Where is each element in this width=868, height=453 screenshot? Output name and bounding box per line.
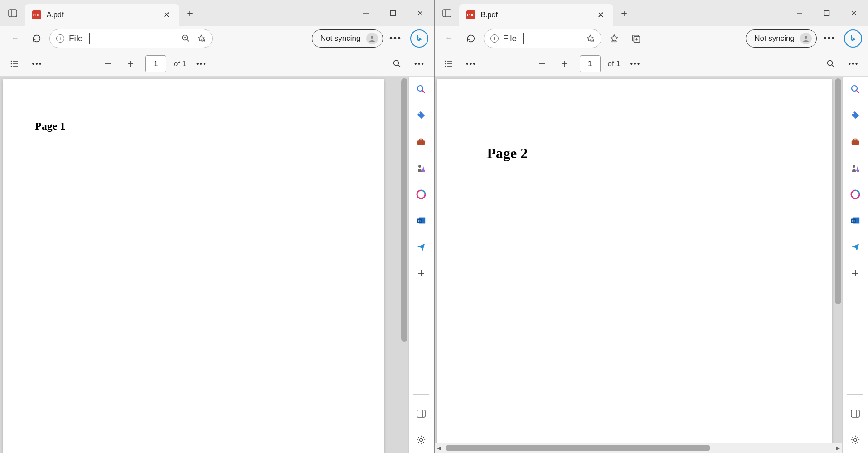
hide-sidebar-icon[interactable] (414, 406, 428, 421)
pdf-more-right-button[interactable]: ••• (412, 56, 427, 72)
search-sidebar-icon[interactable] (848, 82, 863, 96)
tools-sidebar-icon[interactable] (848, 135, 863, 149)
titlebar: PDF B.pdf ✕ ＋ (435, 0, 868, 26)
contents-button[interactable] (7, 56, 22, 72)
pdf-page-more-button[interactable]: ••• (628, 56, 643, 72)
favorite-icon[interactable] (197, 34, 206, 43)
refresh-button[interactable] (462, 29, 480, 48)
outlook-sidebar-icon[interactable]: O (414, 213, 428, 228)
page-number-input[interactable] (580, 55, 601, 72)
add-sidebar-icon[interactable] (848, 266, 863, 280)
bing-button[interactable] (844, 29, 862, 48)
profile-avatar-icon (366, 33, 378, 44)
page-number-input[interactable] (145, 55, 166, 72)
favorites-button[interactable] (605, 29, 623, 48)
svg-line-7 (187, 39, 189, 42)
add-sidebar-icon[interactable] (414, 266, 428, 280)
refresh-button[interactable] (28, 29, 46, 48)
svg-point-54 (445, 60, 446, 62)
profile-sync-button[interactable]: Not syncing (312, 29, 383, 48)
profile-avatar-icon (800, 33, 812, 44)
svg-rect-30 (422, 170, 425, 172)
site-info-icon[interactable]: i (490, 34, 499, 43)
svg-line-66 (856, 91, 859, 93)
outlook-sidebar-icon[interactable]: O (848, 213, 863, 228)
search-sidebar-icon[interactable] (414, 82, 428, 96)
zoom-out-button[interactable] (100, 56, 116, 72)
browser-window-left: PDF A.pdf ✕ ＋ ← i File Not syncing ••• (0, 0, 434, 453)
pdf-more-right-button[interactable]: ••• (846, 56, 861, 72)
pdf-page: Page 2 (437, 79, 832, 453)
pdf-viewport[interactable]: Page 2 ◀ ▶ (435, 77, 843, 453)
app-menu-button[interactable]: ••• (387, 29, 405, 48)
new-tab-button[interactable]: ＋ (613, 0, 635, 26)
pdf-page-more-button[interactable]: ••• (194, 56, 209, 72)
horizontal-scroll-thumb[interactable] (446, 445, 711, 451)
shopping-sidebar-icon[interactable] (414, 108, 428, 123)
tools-sidebar-icon[interactable] (414, 135, 428, 149)
svg-point-26 (419, 113, 420, 114)
svg-point-24 (417, 86, 423, 91)
zoom-in-button[interactable] (557, 56, 572, 72)
back-button[interactable]: ← (6, 29, 24, 48)
tab-actions-button[interactable] (0, 0, 25, 26)
office-sidebar-icon[interactable] (414, 187, 428, 202)
bing-button[interactable] (410, 29, 428, 48)
office-sidebar-icon[interactable] (848, 187, 863, 202)
browser-tab[interactable]: PDF B.pdf ✕ (459, 4, 613, 26)
favorite-icon[interactable] (586, 34, 595, 43)
new-tab-button[interactable]: ＋ (179, 0, 201, 26)
close-window-button[interactable] (407, 0, 434, 26)
page-count-label: of 1 (608, 59, 621, 68)
pdf-toolbar: ••• of 1 ••• ••• (435, 51, 868, 77)
scroll-left-arrow-icon[interactable]: ◀ (435, 445, 444, 451)
svg-point-79 (853, 439, 856, 441)
svg-rect-28 (419, 139, 422, 141)
tab-actions-button[interactable] (435, 0, 459, 26)
pdf-more-left-button[interactable]: ••• (464, 56, 479, 72)
hide-sidebar-icon[interactable] (848, 406, 863, 421)
svg-point-53 (805, 36, 807, 39)
close-tab-button[interactable]: ✕ (596, 8, 606, 22)
svg-point-63 (828, 60, 833, 65)
profile-sync-button[interactable]: Not syncing (746, 29, 817, 48)
scroll-right-arrow-icon[interactable]: ▶ (833, 445, 842, 451)
close-window-button[interactable] (840, 0, 868, 26)
back-button[interactable]: ← (440, 29, 458, 48)
settings-sidebar-icon[interactable] (414, 433, 428, 447)
zoom-in-button[interactable] (123, 56, 138, 72)
games-sidebar-icon[interactable] (414, 161, 428, 175)
minimize-button[interactable] (786, 0, 813, 26)
send-sidebar-icon[interactable] (848, 240, 863, 254)
maximize-button[interactable] (813, 0, 840, 26)
svg-rect-3 (390, 11, 395, 16)
address-field[interactable]: i File (49, 29, 213, 48)
browser-window-right: PDF B.pdf ✕ ＋ ← i File Not syncing ••• (434, 0, 868, 453)
browser-tab[interactable]: PDF A.pdf ✕ (25, 4, 179, 26)
zoom-icon[interactable] (181, 34, 190, 43)
svg-point-29 (418, 165, 421, 168)
titlebar: PDF A.pdf ✕ ＋ (0, 0, 434, 26)
settings-sidebar-icon[interactable] (848, 433, 863, 447)
address-field[interactable]: i File (484, 29, 601, 48)
pdf-more-left-button[interactable]: ••• (29, 56, 45, 72)
vertical-scrollbar[interactable] (401, 78, 407, 342)
close-tab-button[interactable]: ✕ (161, 8, 172, 22)
find-button[interactable] (389, 56, 405, 72)
horizontal-scrollbar[interactable]: ◀ ▶ (435, 443, 843, 453)
svg-point-56 (445, 63, 446, 64)
zoom-out-button[interactable] (534, 56, 550, 72)
vertical-scrollbar[interactable] (835, 78, 841, 304)
minimize-button[interactable] (352, 0, 379, 26)
app-menu-button[interactable]: ••• (820, 29, 839, 48)
send-sidebar-icon[interactable] (414, 240, 428, 254)
pdf-viewport[interactable]: Page 1 (0, 77, 408, 453)
contents-button[interactable] (441, 56, 456, 72)
collections-button[interactable] (627, 29, 645, 48)
site-info-icon[interactable]: i (56, 34, 64, 43)
maximize-button[interactable] (379, 0, 407, 26)
find-button[interactable] (823, 56, 839, 72)
games-sidebar-icon[interactable] (848, 161, 863, 175)
shopping-sidebar-icon[interactable] (848, 108, 863, 123)
pdf-toolbar: ••• of 1 ••• ••• (0, 51, 434, 77)
